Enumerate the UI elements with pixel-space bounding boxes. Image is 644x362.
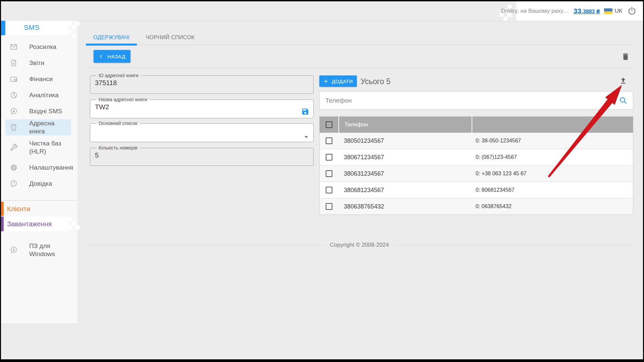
clients-accent-bar	[1, 202, 4, 216]
sms-section-title: SMS	[24, 23, 40, 32]
balance-link[interactable]: 33,3883 ₴	[574, 7, 600, 15]
sidebar-item-nalashtuvannia[interactable]: Налаштування	[1, 160, 77, 176]
language-code: UK	[614, 8, 623, 14]
pixel-decoration	[68, 21, 72, 25]
footer: Copyright © 2008-2024	[86, 242, 633, 248]
language-selector[interactable]: UK	[604, 8, 623, 14]
user-info-panel: Dmitry, на Вашому раху… 33,3883 ₴ UK	[516, 1, 643, 21]
row-checkbox[interactable]	[326, 154, 332, 161]
main-list-value[interactable]	[95, 127, 309, 135]
dropdown-arrow-icon[interactable]	[304, 134, 309, 137]
format-cell: 0: +38 063 123 45 67	[472, 171, 633, 177]
sidebar-item-chystka-baz-hlr[interactable]: Чистка баз (HLR)	[1, 135, 77, 160]
phone-search-box	[319, 91, 633, 110]
address-book-name-value[interactable]: TW2	[95, 103, 309, 111]
sidebar-item-label: Аналітика	[29, 91, 71, 99]
field-address-book-id: ID адресної книги 375118	[90, 73, 314, 94]
pixel-decoration	[68, 225, 72, 229]
table-row: 380671234567 0: (067)123-4567	[320, 149, 633, 165]
logout-power-icon[interactable]	[627, 6, 637, 16]
incoming-sms-icon	[10, 107, 18, 115]
select-all-header-cell	[320, 117, 338, 133]
back-button[interactable]: НАЗАД	[94, 50, 130, 63]
row-checkbox[interactable]	[326, 203, 332, 210]
pixel-decoration	[68, 217, 72, 221]
save-icon[interactable]	[301, 108, 309, 116]
table-row: 380501234567 0: 38-050-1234567	[320, 133, 633, 149]
address-book-icon	[10, 123, 18, 131]
table-row: 380631234567 0: +38 063 123 45 67	[320, 165, 633, 182]
envelope-icon	[10, 43, 18, 51]
copyright-text: Copyright © 2008-2024	[325, 242, 393, 248]
windows-label: ПЗ для Windows	[29, 242, 71, 258]
row-checkbox[interactable]	[326, 187, 332, 193]
sidebar-item-zvity[interactable]: Звіти	[1, 55, 77, 71]
footer-line	[394, 245, 633, 245]
tab-chornyi-spysok[interactable]: ЧОРНИЙ СПИСОК	[139, 33, 202, 45]
ukraine-flag-icon	[604, 8, 612, 14]
field-address-book-name[interactable]: Назва адресної книги TW2	[90, 97, 314, 118]
search-icon[interactable]	[619, 96, 628, 105]
help-icon: ?	[10, 180, 18, 188]
tab-oderzhuvachi[interactable]: ОДЕРЖУВАЧІ	[86, 33, 137, 45]
sidebar-item-analityka[interactable]: Аналітика	[1, 87, 77, 103]
sidebar-item-rozsylka[interactable]: Розсилка	[1, 39, 77, 55]
chevron-left-icon	[99, 54, 103, 59]
sidebar-item-kliienty[interactable]: Клієнти	[1, 202, 77, 216]
svg-text:?: ?	[13, 181, 15, 185]
address-book-id-value: 375118	[95, 79, 309, 87]
phone-search-input[interactable]	[320, 97, 619, 105]
sidebar-item-pz-dlia-windows[interactable]: ПЗ для Windows	[1, 238, 77, 262]
phone-cell: 380671234567	[338, 154, 472, 161]
format-cell: 0: 0638765432	[472, 203, 633, 209]
total-count-label: Усього 5	[361, 77, 390, 86]
field-label: Назва адресної книги	[96, 97, 150, 102]
sidebar-item-label: Звіти	[29, 59, 71, 67]
tab-bar: ОДЕРЖУВАЧІ ЧОРНИЙ СПИСОК	[86, 33, 633, 45]
pixel-decoration	[68, 29, 72, 34]
screenshot-frame: Dmitry, на Вашому раху… 33,3883 ₴ UK SMS…	[0, 0, 644, 362]
back-button-label: НАЗАД	[107, 54, 125, 59]
wallet-icon	[10, 75, 18, 83]
toolbar-divider	[86, 67, 633, 68]
phone-cell: 380631234567	[338, 170, 472, 177]
analytics-pie-icon	[10, 91, 18, 99]
field-label: Основний список	[96, 121, 140, 126]
field-main-list-select[interactable]: Основний список	[90, 121, 314, 142]
row-checkbox[interactable]	[326, 170, 332, 177]
sidebar-item-finansy[interactable]: Фінанси	[1, 71, 77, 87]
select-all-checkbox[interactable]	[326, 121, 332, 128]
sidebar-item-adresna-knyha[interactable]: Адресна книга	[1, 119, 77, 135]
sidebar-section-sms[interactable]: SMS	[1, 21, 68, 35]
phone-cell: 380681234567	[338, 187, 472, 194]
table-row: 380638765432 0: 0638765432	[320, 198, 633, 215]
format-column-header	[472, 117, 633, 133]
format-cell: 0: (067)123-4567	[472, 154, 633, 160]
phones-table: Телефон 380501234567 0: 38-050-1234567 3…	[319, 116, 633, 215]
pixel-decoration	[76, 225, 80, 229]
sidebar-item-label: Вхідні SMS	[29, 107, 71, 115]
sidebar-item-vhidni-sms[interactable]: Вхідні SMS	[1, 103, 77, 119]
sidebar-item-dovidka[interactable]: ? Довідка	[1, 176, 77, 192]
field-label: Кількість номерів	[96, 145, 140, 150]
pixel-decoration	[72, 221, 76, 225]
sidebar-item-label: Довідка	[29, 180, 71, 188]
sidebar-divider	[1, 200, 77, 201]
phone-column-header: Телефон	[339, 117, 472, 133]
row-checkbox[interactable]	[326, 137, 332, 144]
trash-icon[interactable]	[621, 52, 630, 61]
field-numbers-count: Кількість номерів 5	[90, 145, 314, 166]
sidebar-item-zavantazhennia[interactable]: Завантаження	[1, 217, 77, 231]
pixel-decoration	[76, 21, 80, 25]
footer-line	[86, 245, 325, 245]
hlr-wrench-icon	[10, 143, 18, 152]
download-icon	[10, 246, 18, 254]
table-row: 380681234567 0: 80681234567	[320, 182, 633, 198]
clients-label: Клієнти	[7, 205, 30, 213]
field-label: ID адресної книги	[96, 73, 141, 78]
downloads-label: Завантаження	[7, 220, 52, 228]
app-window: Dmitry, на Вашому раху… 33,3883 ₴ UK SMS…	[1, 1, 643, 359]
upload-icon[interactable]	[619, 76, 628, 85]
add-button[interactable]: ДОДАТИ	[319, 75, 357, 87]
sidebar-item-label: Чистка баз (HLR)	[29, 139, 71, 156]
